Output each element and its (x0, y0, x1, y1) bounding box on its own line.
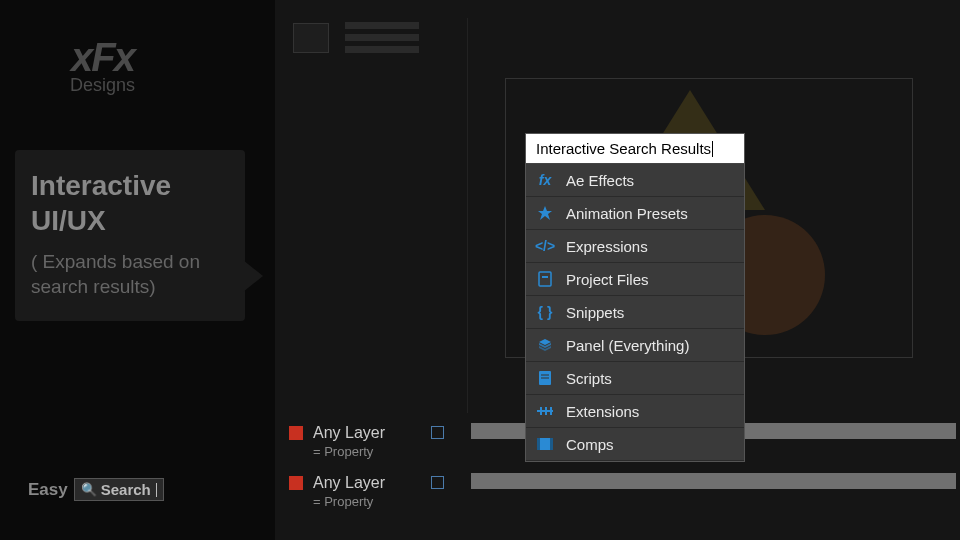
callout-title-line1: Interactive (31, 170, 171, 201)
dropdown-item-panel-everything-[interactable]: Panel (Everything) (526, 329, 744, 362)
fx-icon: fx (536, 171, 554, 189)
svg-rect-15 (550, 438, 553, 450)
dropdown-item-snippets[interactable]: { }Snippets (526, 296, 744, 329)
logo-mark: xFx (70, 35, 135, 80)
svg-marker-0 (538, 206, 552, 220)
easy-search-label: Easy 🔍 Search (28, 478, 164, 501)
preset-icon (536, 204, 554, 222)
list-line-icon (345, 22, 419, 29)
dropdown-item-label: Expressions (566, 238, 648, 255)
left-panel: xFx Designs Interactive UI/UX ( Expands … (0, 0, 275, 540)
text-cursor-icon (712, 141, 713, 157)
dropdown-item-extensions[interactable]: Extensions (526, 395, 744, 428)
code-icon: </> (536, 237, 554, 255)
dropdown-item-comps[interactable]: Comps (526, 428, 744, 461)
script-icon (536, 369, 554, 387)
list-view-button[interactable] (345, 22, 419, 53)
timeline-track[interactable] (471, 473, 956, 489)
logo-subtitle: Designs (70, 75, 135, 96)
dropdown-item-label: Comps (566, 436, 614, 453)
dropdown-item-scripts[interactable]: Scripts (526, 362, 744, 395)
easy-label: Easy (28, 480, 68, 500)
svg-rect-1 (539, 272, 551, 286)
view-toolbar (293, 22, 419, 53)
callout-title-line2: UI/UX (31, 205, 106, 236)
layer-color-swatch[interactable] (289, 426, 303, 440)
search-input-text: Interactive Search Results (536, 140, 711, 157)
dropdown-item-expressions[interactable]: </>Expressions (526, 230, 744, 263)
text-cursor-icon (156, 483, 157, 497)
file-icon (536, 270, 554, 288)
dropdown-item-ae-effects[interactable]: fxAe Effects (526, 164, 744, 197)
dropdown-item-animation-presets[interactable]: Animation Presets (526, 197, 744, 230)
snippet-icon: { } (536, 303, 554, 321)
dropdown-item-label: Panel (Everything) (566, 337, 689, 354)
layer-property: = Property (313, 444, 385, 459)
list-line-icon (345, 46, 419, 53)
layers-icon (536, 336, 554, 354)
brand-logo: xFx Designs (70, 35, 135, 96)
search-text: Search (101, 481, 151, 498)
dropdown-item-label: Scripts (566, 370, 612, 387)
layer-name: Any Layer (313, 474, 385, 492)
dropdown-item-label: Snippets (566, 304, 624, 321)
dropdown-item-label: Project Files (566, 271, 649, 288)
layer-color-swatch[interactable] (289, 476, 303, 490)
dropdown-item-label: Ae Effects (566, 172, 634, 189)
layer-name: Any Layer (313, 424, 385, 442)
demo-search-box: 🔍 Search (74, 478, 164, 501)
dropdown-item-label: Extensions (566, 403, 639, 420)
search-icon: 🔍 (81, 482, 97, 497)
dropdown-item-project-files[interactable]: Project Files (526, 263, 744, 296)
layer-checkbox[interactable] (431, 426, 444, 439)
vertical-divider (467, 18, 468, 413)
layer-checkbox[interactable] (431, 476, 444, 489)
layer-row[interactable]: Any Layer = Property (285, 470, 950, 520)
callout-title: Interactive UI/UX (31, 168, 229, 238)
dropdown-item-label: Animation Presets (566, 205, 688, 222)
thumbnail-view-button[interactable] (293, 23, 329, 53)
feature-callout: Interactive UI/UX ( Expands based on sea… (15, 150, 245, 321)
comp-icon (536, 435, 554, 453)
callout-arrow-icon (243, 260, 263, 292)
list-line-icon (345, 34, 419, 41)
svg-rect-2 (542, 276, 548, 278)
callout-subtitle: ( Expands based on search results) (31, 250, 229, 299)
search-results-dropdown: Interactive Search Results fxAe EffectsA… (525, 133, 745, 462)
ext-icon (536, 402, 554, 420)
search-input[interactable]: Interactive Search Results (526, 134, 744, 164)
layer-property: = Property (313, 494, 385, 509)
svg-rect-14 (537, 438, 540, 450)
